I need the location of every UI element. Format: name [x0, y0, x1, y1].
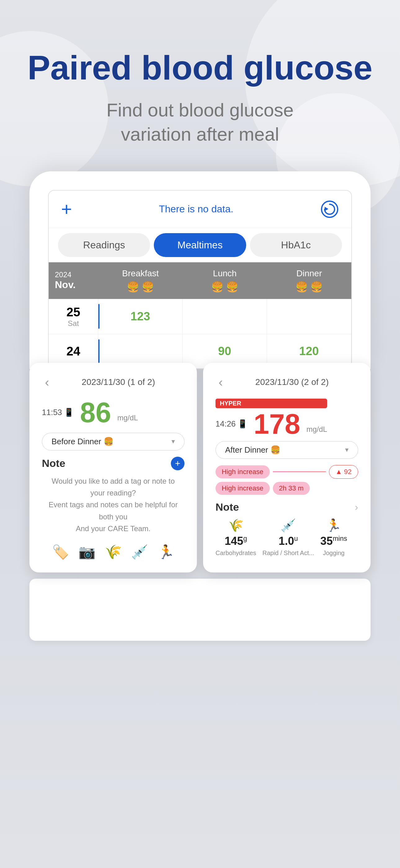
- note-title-left: Note: [42, 457, 65, 469]
- meal-tag-label-right: After Dinner 🍔: [225, 445, 280, 455]
- increase-line: [273, 471, 326, 472]
- app-screen: + There is no data. Readings Mealtimes H…: [48, 190, 352, 369]
- activity-label: Jogging: [323, 550, 344, 557]
- table-dinner-header: Dinner 🍔 🍔: [267, 262, 351, 299]
- reading-value-left: 86: [80, 399, 111, 427]
- reading-bar: [98, 304, 100, 329]
- meal-tag-right[interactable]: After Dinner 🍔 ▾: [215, 441, 358, 459]
- insulin-label: Rapid / Short Act...: [262, 550, 314, 557]
- chevron-right-icon[interactable]: ›: [355, 501, 358, 513]
- day-name: Sat: [68, 319, 79, 328]
- add-button[interactable]: +: [61, 200, 72, 219]
- svg-point-0: [322, 201, 338, 217]
- activity-stat-icon: 🏃: [326, 518, 341, 533]
- food-icon[interactable]: 🌾: [105, 544, 122, 560]
- insulin-value: 1.0u: [278, 535, 298, 548]
- day-number: 25: [66, 305, 80, 319]
- burger-icon-1: 🍔: [127, 281, 139, 293]
- meal-tag-left[interactable]: Before Dinner 🍔 ▾: [42, 433, 185, 451]
- carb-label: Carbohydrates: [215, 550, 256, 557]
- table-breakfast-header: Breakfast 🍔 🍔: [98, 262, 182, 299]
- note-icons-row: 🏷️ 📷 🌾 💉 🏃: [42, 544, 185, 560]
- note-header-right: Note ›: [215, 501, 358, 513]
- chevron-down-icon-right: ▾: [345, 446, 348, 454]
- card-nav-right: ‹ 2023/11/30 (2 of 2): [215, 375, 358, 389]
- meal-tag-label-left: Before Dinner 🍔: [52, 437, 113, 446]
- delta-label: ▲ 92: [335, 468, 352, 475]
- carb-value: 145g: [225, 535, 247, 548]
- reading-row-right: 14:26 📱 178 mg/dL: [215, 410, 327, 438]
- table-year: 2024: [55, 270, 92, 279]
- reading-bar: [98, 339, 100, 363]
- hero-subtitle-line1: Find out blood glucose: [106, 100, 294, 120]
- tabs-row: Readings Mealtimes HbA1c: [49, 228, 351, 262]
- table-row[interactable]: 25 Sat 123: [49, 299, 351, 334]
- camera-icon[interactable]: 📷: [78, 544, 96, 560]
- note-body-left: Would you like to add a tag or note toyo…: [42, 475, 185, 535]
- tag-icon[interactable]: 🏷️: [52, 544, 69, 560]
- activity-icon[interactable]: 🏃: [158, 544, 174, 560]
- delta-badge: ▲ 92: [329, 465, 358, 479]
- card-nav-left: ‹ 2023/11/30 (1 of 2): [42, 375, 185, 389]
- breakfast-cell-25[interactable]: 123: [98, 299, 182, 334]
- dinner-values: 120: [299, 345, 319, 358]
- stat-carbohydrates: 🌾 145g Carbohydrates: [215, 518, 256, 557]
- hyper-badge: HYPER: [215, 399, 327, 408]
- no-data-label: There is no data.: [159, 203, 233, 215]
- tab-readings[interactable]: Readings: [58, 233, 150, 257]
- device-icon-right: 📱: [237, 419, 247, 429]
- high-increase-badge-right: High increase: [215, 482, 270, 495]
- lunch-icon-1: 🍔: [211, 281, 224, 293]
- insulin-stat-icon: 💉: [280, 518, 296, 533]
- note-section-left: Note + Would you like to add a tag or no…: [42, 457, 185, 560]
- reading-row-left: 11:53 📱 86 mg/dL: [42, 399, 185, 427]
- hyper-row: HYPER 14:26 📱 178 mg/dL: [215, 399, 358, 438]
- app-topbar: + There is no data.: [49, 191, 351, 228]
- floating-cards: ‹ 2023/11/30 (1 of 2) 11:53 📱 86 mg/dL B…: [29, 363, 371, 573]
- note-header-left: Note +: [42, 457, 185, 470]
- insulin-icon[interactable]: 💉: [131, 544, 148, 560]
- lunch-icon-2: 🍔: [226, 281, 238, 293]
- tab-hba1c[interactable]: HbA1c: [250, 233, 342, 257]
- card-date-left: 2023/11/30 (1 of 2): [52, 377, 185, 387]
- lunch-values: 90: [218, 345, 231, 358]
- prev-arrow-left[interactable]: ‹: [42, 375, 52, 389]
- activity-value: 35mins: [320, 535, 347, 548]
- carb-icon: 🌾: [228, 518, 244, 533]
- hero-subtitle: Find out blood glucose variation after m…: [25, 98, 375, 147]
- increase-bar: High increase ▲ 92 High increase 2h 33 m: [215, 465, 358, 495]
- hero-title: Paired blood glucose: [25, 50, 375, 86]
- hero-section: Paired blood glucose Find out blood gluc…: [0, 0, 400, 172]
- lunch-label: Lunch: [213, 269, 237, 278]
- hyper-stack: HYPER 14:26 📱 178 mg/dL: [215, 399, 327, 438]
- card-date-right: 2023/11/30 (2 of 2): [226, 377, 358, 387]
- day-number: 24: [66, 344, 80, 358]
- lunch-value-24: 90: [218, 345, 231, 358]
- chevron-down-icon: ▾: [171, 437, 175, 445]
- device-icon: 📱: [64, 408, 74, 417]
- reading-unit-right: mg/dL: [306, 425, 327, 438]
- note-add-button[interactable]: +: [171, 457, 185, 470]
- dinner-cell-25[interactable]: [267, 299, 351, 334]
- svg-marker-1: [325, 207, 328, 211]
- bottom-continuation: [29, 579, 371, 641]
- stat-activity: 🏃 35mins Jogging: [320, 518, 347, 557]
- table-month: Nov.: [55, 279, 92, 290]
- detail-card-right: ‹ 2023/11/30 (2 of 2) HYPER 14:26 📱 178 …: [203, 363, 371, 573]
- table-header: 2024 Nov. Breakfast 🍔 🍔 Lunch 🍔: [49, 262, 351, 299]
- tab-mealtimes[interactable]: Mealtimes: [154, 233, 246, 257]
- breakfast-value-25: 123: [131, 310, 150, 323]
- table-lunch-header: Lunch 🍔 🍔: [182, 262, 267, 299]
- dinner-icons: 🍔 🍔: [296, 281, 323, 293]
- detail-card-left: ‹ 2023/11/30 (1 of 2) 11:53 📱 86 mg/dL B…: [29, 363, 197, 573]
- phone-card: + There is no data. Readings Mealtimes H…: [29, 172, 371, 369]
- reading-time-left: 11:53 📱: [42, 408, 74, 417]
- breakfast-icons: 🍔 🍔: [127, 281, 154, 293]
- refresh-icon[interactable]: [320, 200, 339, 219]
- lunch-cell-25[interactable]: [182, 299, 267, 334]
- prev-arrow-right[interactable]: ‹: [215, 375, 226, 389]
- hero-subtitle-line2: variation after meal: [121, 124, 279, 145]
- reading-unit-left: mg/dL: [117, 413, 138, 427]
- breakfast-label: Breakfast: [122, 269, 159, 278]
- dinner-value-24: 120: [299, 345, 319, 358]
